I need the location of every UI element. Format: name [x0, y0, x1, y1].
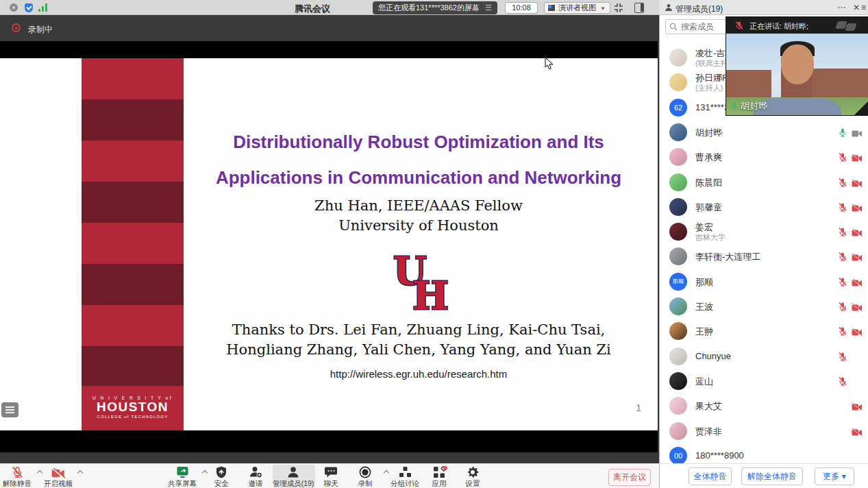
uh-interlocking-logo: U H [392, 252, 448, 315]
unmute-all-button[interactable]: 解除全体静音 [741, 467, 803, 485]
participant-row[interactable]: 李轩衡-大连理工 [660, 244, 868, 269]
participant-row[interactable]: 蓝山 [660, 369, 868, 393]
video-frame: 胡封晔 [726, 34, 868, 115]
mic-muted-icon[interactable] [838, 227, 847, 239]
avatar [669, 322, 687, 340]
avatar [669, 198, 687, 216]
avatar [669, 123, 687, 141]
mic-muted-icon[interactable] [838, 152, 847, 164]
signal-bars-icon[interactable] [38, 3, 47, 12]
slide-title-line2: Applications in Communication and Networ… [179, 160, 658, 195]
panel-footer: 全体静音 解除全体静音 更多 ▾ [660, 463, 868, 488]
mic-muted-icon[interactable] [838, 376, 847, 389]
slide-letterbox-top [0, 41, 658, 58]
menu-hamburger-icon[interactable]: ≡ [861, 3, 866, 12]
camera-off-icon[interactable] [852, 252, 863, 265]
watermark-logo-icon [836, 20, 861, 31]
camera-off-icon[interactable] [852, 302, 863, 315]
mic-muted-icon[interactable] [838, 352, 847, 364]
shared-screen-area: 录制中 U N I V E R S I T Y of HOUSTON COLLE… [0, 15, 659, 463]
participant-name: Chunyue [695, 351, 731, 361]
members-panel-icon [665, 3, 673, 12]
camera-off-icon[interactable] [852, 228, 863, 240]
mic-muted-icon[interactable] [838, 302, 847, 314]
toolbar-item-settings-gear[interactable]: 设置 [449, 465, 497, 488]
avatar [669, 297, 687, 315]
camera-off-icon[interactable] [852, 278, 863, 290]
participant-row[interactable]: 贾泽非 [660, 419, 868, 443]
exit-fullscreen-icon[interactable] [613, 3, 624, 13]
participant-role: 吉林大学 [695, 232, 726, 243]
video-corner-fold [854, 101, 868, 115]
panel-close-icon[interactable]: ✕ [853, 3, 860, 12]
slide-author: Zhu Han, IEEE/AAAS Fellow [179, 196, 658, 216]
camera-off-icon[interactable] [852, 427, 863, 439]
participant-row[interactable]: 那顺那顺 [660, 269, 868, 294]
participant-row[interactable]: 果大艾 [660, 393, 868, 418]
svg-text:H: H [412, 273, 448, 315]
slide-byline: Zhu Han, IEEE/AAAS Fellow University of … [179, 196, 658, 236]
speaker-video-thumbnail[interactable]: 正在讲话: 胡封晔; 胡封晔 [726, 17, 868, 115]
avatar [669, 173, 687, 191]
participant-row[interactable]: 郭馨童 [660, 195, 868, 219]
slide-letterbox-bottom [0, 430, 658, 452]
participant-name: 李轩衡-大连理工 [695, 251, 760, 263]
recording-status: 录制中 [28, 24, 53, 36]
menu-lines-icon: ☰ [485, 3, 492, 12]
participant-row[interactable]: 王翀 [660, 319, 868, 343]
recording-dot-icon [12, 23, 21, 32]
panel-more-icon[interactable]: ⋯ [837, 2, 847, 12]
mic-muted-icon[interactable] [838, 252, 847, 264]
avatar [669, 148, 687, 166]
slide-thanks: Thanks to Drs. Lei Fan, Zhuang Ling, Kai… [179, 320, 658, 360]
avatar [669, 49, 687, 66]
avatar: 00 [669, 447, 687, 463]
status-dot-icon[interactable] [10, 3, 18, 12]
notification-dot [443, 466, 447, 470]
participant-name: 曹承爽 [695, 151, 722, 164]
camera-on-icon[interactable] [852, 128, 863, 141]
houston-logo-name: HOUSTON [82, 400, 184, 413]
slide-title-line1: Distributionally Robust Optimization and… [179, 124, 658, 160]
shield-icon[interactable] [25, 3, 33, 12]
annotation-panel-toggle[interactable] [1, 402, 18, 417]
more-button[interactable]: 更多 ▾ [815, 467, 854, 485]
leave-meeting-button[interactable]: 离开会议 [608, 469, 651, 486]
mic-muted-icon[interactable] [838, 277, 847, 289]
participant-row[interactable]: Chunyue [660, 344, 868, 369]
presentation-slide: U N I V E R S I T Y of HOUSTON COLLEGE o… [0, 58, 658, 430]
camera-off-icon[interactable] [852, 327, 863, 339]
mic-on-icon[interactable] [838, 127, 847, 140]
side-panel-icon[interactable] [634, 3, 644, 13]
slide-thanks-line1: Thanks to Drs. Lei Fan, Zhuang Ling, Kai… [179, 320, 658, 340]
mute-all-button[interactable]: 全体静音 [689, 467, 732, 485]
participant-name: 贾泽非 [695, 426, 722, 438]
avatar [669, 247, 687, 265]
panel-title: 管理成员(19) [675, 3, 723, 15]
participant-row[interactable]: 姜宏吉林大学 [660, 219, 868, 244]
slide-red-stripe [82, 58, 184, 430]
camera-off-icon[interactable] [852, 402, 863, 414]
camera-off-icon[interactable] [852, 153, 863, 165]
mic-muted-icon[interactable] [838, 326, 847, 339]
mic-muted-icon [734, 21, 744, 30]
participant-name: 王波 [695, 301, 713, 313]
menu-bar: 腾讯会议 您正在观看131****3862的屏幕☰ 10:08 演讲者视图▼ 管… [0, 0, 868, 15]
participant-row[interactable]: 曹承爽 [660, 145, 868, 169]
camera-off-icon[interactable] [852, 203, 863, 215]
watching-banner[interactable]: 您正在观看131****3862的屏幕☰ [373, 1, 497, 14]
avatar [669, 73, 687, 91]
mic-muted-icon[interactable] [838, 202, 847, 215]
participant-row[interactable]: 陈晨阳 [660, 170, 868, 195]
view-mode-selector[interactable]: 演讲者视图▼ [544, 2, 610, 14]
mic-muted-icon[interactable] [838, 178, 847, 190]
participant-row[interactable]: 王波 [660, 294, 868, 319]
toolbar-item-camera-off[interactable]: 开启视频 [34, 465, 82, 488]
camera-off-icon[interactable] [852, 178, 863, 191]
slide-affiliation: University of Houston [179, 216, 658, 236]
app-title: 腾讯会议 [295, 3, 330, 15]
participant-row[interactable]: 胡封晔 [660, 120, 868, 145]
avatar [669, 422, 687, 440]
participant-row[interactable]: 00180****8900 [660, 443, 868, 463]
slide-url: http://wireless.egr.uh.edu/research.htm [179, 368, 658, 380]
